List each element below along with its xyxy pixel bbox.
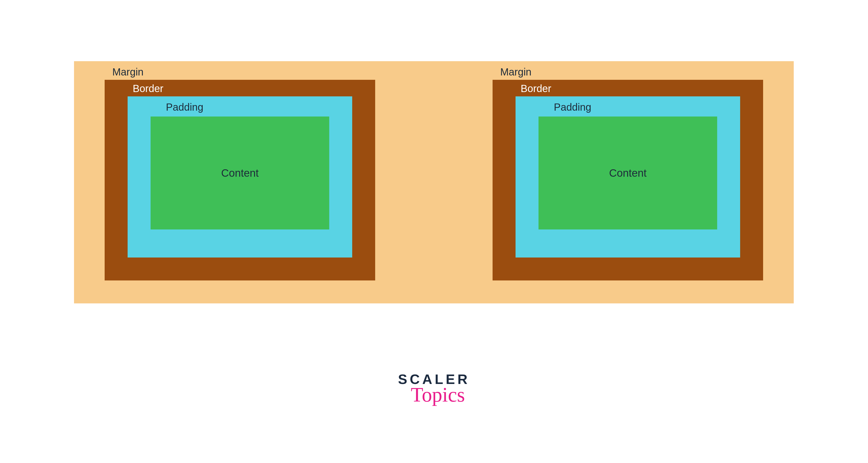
content-region: Content <box>151 117 329 229</box>
scaler-topics-logo: SCALER Topics <box>398 372 470 405</box>
border-label: Border <box>521 83 740 94</box>
margin-label: Margin <box>500 66 763 78</box>
box-model-left: Margin Border Padding Content <box>74 61 406 303</box>
box-model-diagram: Margin Border Padding Content Margin Bor… <box>74 61 794 303</box>
padding-label: Padding <box>554 101 717 113</box>
logo-wordmark-bottom: Topics <box>406 385 470 405</box>
padding-region: Padding Content <box>516 96 740 258</box>
border-region: Border Padding Content <box>493 80 763 280</box>
padding-region: Padding Content <box>128 96 352 258</box>
content-label: Content <box>221 167 258 179</box>
content-label: Content <box>609 167 647 179</box>
content-region: Content <box>538 117 717 229</box>
margin-label: Margin <box>112 66 375 78</box>
border-label: Border <box>133 83 352 94</box>
box-model-right: Margin Border Padding Content <box>462 61 794 303</box>
border-region: Border Padding Content <box>105 80 375 280</box>
padding-label: Padding <box>166 101 329 113</box>
